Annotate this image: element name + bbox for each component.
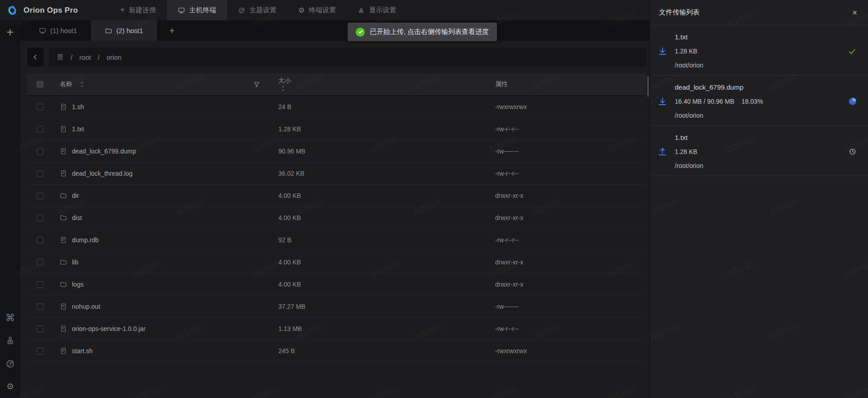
nav-label: 新建连接 <box>129 6 156 14</box>
nav-item-terminal-settings[interactable]: ⚙ 终端设置 <box>287 0 347 20</box>
transfer-panel-header: 文件传输列表 × <box>650 0 868 25</box>
table-row[interactable]: orion-ops-service-1.0.0.jar1.13 MB-rw-r-… <box>27 318 646 340</box>
row-checkbox[interactable] <box>37 104 43 110</box>
file-attr: -rw------- <box>493 148 646 155</box>
table-row[interactable]: logs4.00 KBdrwxr-xr-x <box>27 273 646 296</box>
row-checkbox[interactable] <box>37 192 43 199</box>
sidebar-add-button[interactable]: + <box>7 24 14 40</box>
tab-label: (1) host1 <box>50 27 77 34</box>
row-checkbox[interactable] <box>37 303 43 310</box>
success-check-icon <box>356 28 365 37</box>
toast-text: 已开始上传, 点击右侧传输列表查看进度 <box>370 28 489 36</box>
left-sidebar: + ⌘ ⚙ <box>0 20 20 398</box>
folder-icon <box>60 192 67 199</box>
file-size: 37.27 MB <box>277 303 493 310</box>
chevron-left-icon <box>32 54 38 60</box>
transfer-item[interactable]: dead_lock_6799.dump16.40 MB / 90.96 MB18… <box>650 76 868 126</box>
tab-host1-terminal[interactable]: (1) host1 <box>25 20 91 41</box>
nav-item-display-settings[interactable]: 显示设置 <box>347 0 407 20</box>
transfer-item[interactable]: 1.txt1.28 KB/root/orion <box>650 126 868 176</box>
file-attr: -rwxrwxrwx <box>493 103 646 110</box>
table-row[interactable]: dead_lock_6799.dump90.96 MB-rw------- <box>27 140 646 163</box>
table-row[interactable]: 1.sh24 B-rwxrwxrwx <box>27 96 646 118</box>
nav-item-theme-settings[interactable]: 主题设置 <box>227 0 287 20</box>
row-checkbox[interactable] <box>37 281 43 288</box>
download-icon <box>658 97 667 106</box>
select-all-checkbox[interactable] <box>37 81 43 88</box>
gear-icon: ⚙ <box>298 7 305 14</box>
tab-host1-files[interactable]: (2) host1 <box>91 20 157 41</box>
close-icon[interactable]: × <box>852 9 857 17</box>
file-icon <box>60 303 67 310</box>
brand: Orion Ops Pro <box>5 4 103 17</box>
table-row[interactable]: 1.txt1.28 KB-rw-r--r-- <box>27 118 646 140</box>
file-icon <box>60 170 67 177</box>
file-name[interactable]: 1.sh <box>72 103 84 110</box>
row-checkbox[interactable] <box>37 348 43 355</box>
file-name[interactable]: dump.rdb <box>72 236 99 244</box>
table-row[interactable]: dead_lock_thread.log36.02 KB-rw-r--r-- <box>27 163 646 185</box>
file-size: 4.00 KB <box>277 192 493 199</box>
filter-icon[interactable] <box>253 81 260 88</box>
scrollbar-thumb[interactable] <box>647 76 649 97</box>
file-name[interactable]: lib <box>72 259 78 266</box>
row-checkbox[interactable] <box>37 170 43 177</box>
table-row[interactable]: lib4.00 KBdrwxr-xr-x <box>27 251 646 273</box>
app-root: Orion Ops Pro + 新建连接 主机终端 主题设置 ⚙ 终端设置 <box>0 0 868 398</box>
upload-toast: 已开始上传, 点击右侧传输列表查看进度 <box>348 23 497 41</box>
file-name[interactable]: dead_lock_thread.log <box>72 170 133 177</box>
file-name[interactable]: start.sh <box>72 347 93 355</box>
file-attr: drwxr-xr-x <box>493 281 646 288</box>
download-icon <box>658 47 667 56</box>
upload-icon <box>658 147 667 156</box>
breadcrumb-orion[interactable]: orion <box>106 53 121 61</box>
add-tab-button[interactable]: + <box>164 20 180 41</box>
row-checkbox[interactable] <box>37 259 43 266</box>
file-name[interactable]: logs <box>72 281 84 288</box>
row-checkbox[interactable] <box>37 126 43 133</box>
row-checkbox[interactable] <box>37 148 43 155</box>
table-row[interactable]: dump.rdb92 B-rw-r--r-- <box>27 229 646 251</box>
top-nav: + 新建连接 主机终端 主题设置 ⚙ 终端设置 显示设置 <box>109 0 407 20</box>
table-row[interactable]: start.sh245 B-rwxrwxrwx <box>27 340 646 362</box>
column-header-name: 名称 <box>60 80 72 88</box>
file-table-body: 1.sh24 B-rwxrwxrwx1.txt1.28 KB-rw-r--r--… <box>27 95 646 362</box>
row-checkbox[interactable] <box>37 215 43 221</box>
row-checkbox[interactable] <box>37 326 43 332</box>
file-name[interactable]: nohup.out <box>72 303 100 310</box>
transfer-panel: 文件传输列表 × 1.txt1.28 KB/root/oriondead_loc… <box>649 0 868 398</box>
file-name[interactable]: dead_lock_6799.dump <box>72 148 136 155</box>
file-list-icon[interactable] <box>57 53 64 61</box>
nav-label: 主题设置 <box>249 6 277 14</box>
file-icon <box>60 125 67 133</box>
file-size: 90.96 MB <box>277 148 493 155</box>
breadcrumb-root[interactable]: root <box>79 53 91 61</box>
gear-icon[interactable]: ⚙ <box>6 382 14 391</box>
nav-item-new-connection[interactable]: + 新建连接 <box>109 0 167 20</box>
back-button[interactable] <box>27 48 43 67</box>
row-checkbox[interactable] <box>37 237 43 244</box>
stamp-icon[interactable] <box>5 336 15 345</box>
sort-icon[interactable] <box>281 85 493 92</box>
sort-icon[interactable] <box>80 81 84 88</box>
table-row[interactable]: dir4.00 KBdrwxr-xr-x <box>27 185 646 207</box>
file-icon <box>60 325 67 332</box>
transfer-item[interactable]: 1.txt1.28 KB/root/orion <box>650 25 868 76</box>
transfer-list: 1.txt1.28 KB/root/oriondead_lock_6799.du… <box>650 25 868 176</box>
table-row[interactable]: nohup.out37.27 MB-rw------- <box>27 296 646 318</box>
nav-item-host-terminal[interactable]: 主机终端 <box>167 0 227 20</box>
file-name[interactable]: dir <box>72 192 79 199</box>
palette-icon[interactable] <box>5 359 15 369</box>
breadcrumb-separator: / <box>98 53 100 61</box>
nav-label: 显示设置 <box>369 6 396 14</box>
file-name[interactable]: orion-ops-service-1.0.0.jar <box>72 325 146 332</box>
app-title: Orion Ops Pro <box>24 6 78 15</box>
file-attr: -rw------- <box>493 303 646 310</box>
table-row[interactable]: dist4.00 KBdrwxr-xr-x <box>27 207 646 229</box>
file-size: 4.00 KB <box>277 259 493 266</box>
left-region: Orion Ops Pro + 新建连接 主机终端 主题设置 ⚙ 终端设置 <box>0 0 649 398</box>
file-name[interactable]: dist <box>72 214 82 221</box>
command-icon[interactable]: ⌘ <box>5 313 15 322</box>
file-name[interactable]: 1.txt <box>72 125 84 133</box>
column-header-size: 大小 <box>278 77 291 84</box>
